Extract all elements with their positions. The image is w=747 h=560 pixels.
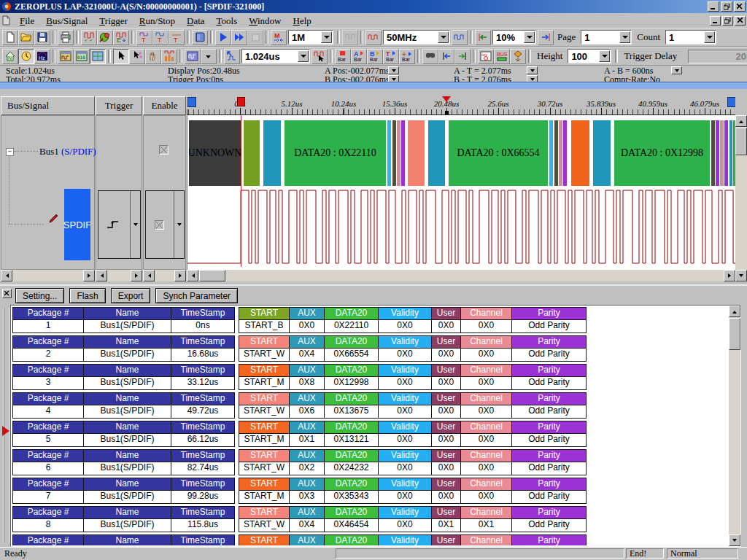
multi-select-cursor-button[interactable] bbox=[129, 49, 145, 64]
package-row[interactable]: Package #NameTimeStampSTARTAUXDATA20Vali… bbox=[12, 392, 727, 419]
scroll-left-button[interactable] bbox=[143, 270, 155, 281]
a-t-dropdown[interactable] bbox=[527, 66, 538, 74]
goto-trigger-button[interactable] bbox=[438, 49, 454, 64]
trigger-marker[interactable] bbox=[237, 97, 245, 106]
height-combo-dropdown[interactable] bbox=[599, 50, 610, 62]
enable-column-scrollbar[interactable] bbox=[143, 270, 186, 281]
display-ratio-combo[interactable]: 10% bbox=[492, 30, 536, 44]
count-combo-dropdown[interactable] bbox=[704, 31, 715, 43]
trigger-mark-time-button[interactable]: T bbox=[152, 30, 169, 45]
scrollbar-thumb[interactable] bbox=[199, 270, 225, 281]
count-combo[interactable]: 1 bbox=[665, 30, 716, 44]
menu-tools[interactable]: Tools bbox=[211, 15, 244, 28]
sample-rate-internal-button[interactable] bbox=[365, 30, 382, 45]
spdif-enable-checkbox[interactable] bbox=[155, 220, 164, 230]
scroll-right-button[interactable] bbox=[724, 270, 735, 281]
analyzer-memory-button[interactable] bbox=[192, 30, 208, 45]
sampling-setup-button[interactable] bbox=[81, 30, 97, 45]
waveform-window-button[interactable] bbox=[58, 49, 74, 64]
packet-list-scrollbar[interactable] bbox=[729, 306, 740, 546]
waveform-scrollbar[interactable] bbox=[187, 270, 735, 281]
bar-add-button[interactable]: +Bar bbox=[399, 49, 415, 64]
page-combo[interactable]: 1 bbox=[581, 30, 632, 44]
restore-button[interactable] bbox=[721, 1, 732, 12]
package-row[interactable]: Package #NameTimeStampSTARTAUXDATA20Vali… bbox=[12, 307, 727, 333]
home-button[interactable]: N bbox=[2, 49, 18, 64]
scroll-left-button[interactable] bbox=[1, 270, 12, 281]
mdi-close-button[interactable] bbox=[735, 16, 746, 26]
package-row[interactable]: Package #NameTimeStampSTARTAUXDATA20Vali… bbox=[12, 478, 727, 504]
menu-bus-signal[interactable]: Bus/Signal bbox=[40, 15, 93, 28]
close-panel-button[interactable] bbox=[2, 289, 12, 298]
bar-b-button[interactable]: BBar bbox=[367, 49, 383, 64]
scrollbar-thumb[interactable] bbox=[729, 318, 740, 350]
package-row[interactable]: Package #NameTimeStampSTARTAUXDATA20Vali… bbox=[12, 534, 727, 545]
a-b-dropdown[interactable] bbox=[671, 66, 682, 74]
bus-width-button[interactable]: BUS bbox=[494, 49, 510, 64]
column-header-enable[interactable]: Enable bbox=[143, 96, 186, 115]
menu-window[interactable]: Window bbox=[243, 15, 287, 28]
spdif-signal-box[interactable]: SPDIF bbox=[64, 189, 90, 260]
goto-bar-button[interactable] bbox=[454, 49, 471, 64]
page-combo-dropdown[interactable] bbox=[619, 31, 630, 43]
bus-name[interactable]: Bus1 (S/PDIF) bbox=[39, 146, 96, 158]
bar-a-button[interactable]: ABar bbox=[351, 49, 367, 64]
waveform-vertical-scrollbar[interactable] bbox=[735, 115, 747, 281]
clock-button[interactable] bbox=[18, 49, 34, 64]
bar-measure-button[interactable] bbox=[161, 49, 177, 64]
export-button[interactable]: Export bbox=[111, 288, 151, 303]
package-row[interactable]: Package #NameTimeStampSTARTAUXDATA20Vali… bbox=[12, 335, 727, 362]
scroll-down-button[interactable] bbox=[729, 534, 740, 546]
column-header-bus-signal[interactable]: Bus/Signal bbox=[1, 96, 95, 115]
zoom-back-button[interactable] bbox=[475, 30, 491, 45]
find-button[interactable] bbox=[422, 49, 438, 64]
trigger-column-scrollbar[interactable] bbox=[96, 270, 142, 281]
column-header-trigger[interactable]: Trigger bbox=[96, 96, 142, 115]
spdif-enable-cell[interactable] bbox=[145, 190, 185, 259]
mdi-minimize-button[interactable] bbox=[710, 16, 721, 26]
menu-data[interactable]: Data bbox=[181, 15, 211, 28]
synch-parameter-button[interactable]: Synch Parameter bbox=[155, 288, 238, 303]
zoom-scale-button[interactable] bbox=[224, 49, 240, 64]
setting--button[interactable]: Setting... bbox=[15, 288, 64, 303]
bus-property-button[interactable]: E bbox=[113, 30, 129, 45]
trigger-dropdown[interactable] bbox=[130, 191, 140, 258]
package-row[interactable]: Package #NameTimeStampSTARTAUXDATA20Vali… bbox=[12, 449, 727, 475]
trigger-mark-t-button[interactable]: T bbox=[169, 30, 185, 45]
minimize-button[interactable] bbox=[708, 1, 719, 12]
memory-depth-button[interactable]: M bbox=[271, 30, 287, 45]
memory-depth-combo-dropdown[interactable] bbox=[321, 31, 332, 43]
mdi-restore-button[interactable] bbox=[722, 16, 733, 26]
print-button[interactable] bbox=[58, 30, 74, 45]
run-button[interactable] bbox=[215, 30, 231, 45]
scroll-right-button[interactable] bbox=[83, 270, 95, 281]
menu-trigger[interactable]: Trigger bbox=[93, 15, 133, 28]
sample-rate-combo[interactable]: 50MHz bbox=[383, 30, 450, 44]
dropdown-arrow-small-button[interactable] bbox=[201, 49, 217, 64]
waveform-canvas[interactable]: UNKNOWNDATA20 : 0X22110DATA20 : 0X66554D… bbox=[187, 115, 736, 270]
package-row[interactable]: Package #NameTimeStampSTARTAUXDATA20Vali… bbox=[12, 421, 727, 447]
trigger-mark-b-button[interactable]: T bbox=[136, 30, 152, 45]
scrollbar-thumb[interactable] bbox=[735, 128, 747, 155]
run-repeat-button[interactable] bbox=[231, 30, 247, 45]
menu-help[interactable]: Help bbox=[287, 15, 317, 28]
sample-rate-external-button[interactable] bbox=[452, 30, 468, 45]
collapse-bus-button[interactable]: − bbox=[6, 148, 14, 156]
hand-pan-button[interactable] bbox=[145, 49, 161, 64]
package-row[interactable]: Package #NameTimeStampSTARTAUXDATA20Vali… bbox=[12, 506, 727, 532]
close-button[interactable] bbox=[734, 1, 746, 12]
time-scale-combo[interactable]: 1.024us bbox=[241, 49, 310, 63]
display-ratio-combo-dropdown[interactable] bbox=[524, 31, 535, 43]
bar-red-button[interactable]: Bar bbox=[335, 49, 351, 64]
b-bar-marker[interactable] bbox=[727, 97, 735, 107]
scroll-left-button[interactable] bbox=[187, 270, 198, 281]
packet-list[interactable]: Package #NameTimeStampSTARTAUXDATA20Vali… bbox=[10, 305, 741, 547]
window-split-button[interactable] bbox=[185, 49, 201, 64]
scroll-down-button[interactable] bbox=[735, 270, 747, 281]
trigger-property-button[interactable] bbox=[97, 30, 113, 45]
scroll-right-button[interactable] bbox=[131, 270, 142, 281]
zoom-forward-button[interactable] bbox=[538, 30, 554, 45]
bus-enable-checkbox[interactable] bbox=[159, 145, 169, 155]
spdif-trigger-cell[interactable] bbox=[98, 190, 141, 259]
height-combo[interactable]: 100 bbox=[568, 49, 611, 63]
